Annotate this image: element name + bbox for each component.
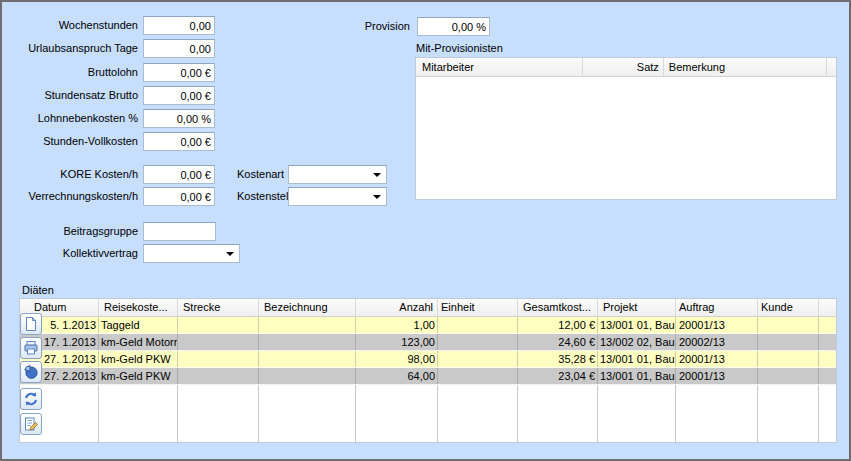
- cell-spacer: [819, 334, 836, 350]
- cell-auftrag: 20002/13: [676, 334, 758, 350]
- mit-provisionisten-title: Mit-Provisionisten: [416, 39, 616, 58]
- cell-einheit: [438, 351, 518, 367]
- column-header-bemerkung[interactable]: Bemerkung: [664, 58, 827, 76]
- table-row[interactable]: 27. 1.2013 km-Geld PKW 98,00 35,28 € 13/…: [20, 351, 836, 368]
- lohnnebenkosten-label: Lohnnebenkosten %: [2, 109, 138, 128]
- bruttolohn-label: Bruttolohn: [2, 63, 138, 82]
- cell-einheit: [438, 317, 518, 333]
- stundensatz-brutto-field[interactable]: [143, 86, 215, 105]
- beitragsgruppe-label: Beitragsgruppe: [2, 222, 138, 241]
- column-header-reisekosten[interactable]: Reisekoste...: [99, 299, 178, 316]
- cell-auftrag: 20001/13: [676, 368, 758, 384]
- column-header-anzahl[interactable]: Anzahl: [356, 299, 438, 316]
- diaeten-empty-area: [20, 385, 836, 442]
- statistics-button[interactable]: [20, 361, 42, 383]
- cell-bezeichnung: [259, 317, 356, 333]
- new-entry-button[interactable]: [20, 313, 42, 335]
- lohnnebenkosten-field[interactable]: [143, 109, 215, 128]
- column-header-satz[interactable]: Satz: [583, 58, 664, 76]
- kostenstelle-dropdown[interactable]: [288, 187, 387, 206]
- column-header-spacer: [827, 58, 836, 76]
- cell-kunde: [758, 334, 819, 350]
- cell-anzahl: 123,00: [356, 334, 438, 350]
- employee-details-panel: Wochenstunden Urlaubsanspruch Tage Brutt…: [0, 0, 851, 461]
- cell-strecke: [178, 368, 259, 384]
- table-row[interactable]: 17. 1.2013 km-Geld Motorra 123,00 24,60 …: [20, 334, 836, 351]
- cell-reisekosten: Taggeld: [99, 317, 178, 333]
- column-header-mitarbeiter[interactable]: Mitarbeiter: [416, 58, 583, 76]
- cell-anzahl: 64,00: [356, 368, 438, 384]
- refresh-icon: [23, 391, 39, 407]
- cell-bezeichnung: [259, 334, 356, 350]
- column-header-kunde[interactable]: Kunde: [758, 299, 819, 316]
- column-header-bezeichnung[interactable]: Bezeichnung: [259, 299, 356, 316]
- kore-kosten-field[interactable]: [143, 165, 215, 184]
- cell-einheit: [438, 334, 518, 350]
- cell-reisekosten: km-Geld Motorra: [99, 334, 178, 350]
- mit-provisionisten-body: [416, 77, 836, 199]
- cell-kunde: [758, 351, 819, 367]
- cell-projekt: 13/002 02, Bau: [598, 334, 676, 350]
- column-header-strecke[interactable]: Strecke: [178, 299, 259, 316]
- diaeten-table: Datum Reisekoste... Strecke Bezeichnung …: [19, 298, 837, 443]
- diaeten-rows: 5. 1.2013 Taggeld 1,00 12,00 € 13/001 01…: [20, 317, 836, 385]
- chevron-down-icon: [373, 173, 381, 177]
- cell-kunde: [758, 368, 819, 384]
- cell-gesamtkosten: 35,28 €: [518, 351, 598, 367]
- stunden-vollkosten-field[interactable]: [143, 132, 215, 151]
- column-header-auftrag[interactable]: Auftrag: [676, 299, 758, 316]
- mit-provisionisten-header: Mitarbeiter Satz Bemerkung: [416, 58, 836, 77]
- urlaubsanspruch-field[interactable]: [143, 39, 215, 58]
- kollektivvertrag-dropdown[interactable]: [143, 244, 240, 263]
- cell-reisekosten: km-Geld PKW: [99, 351, 178, 367]
- cell-projekt: 13/001 01, Bau: [598, 317, 676, 333]
- column-header-einheit[interactable]: Einheit: [438, 299, 518, 316]
- beitragsgruppe-field[interactable]: [143, 222, 216, 241]
- urlaubsanspruch-label: Urlaubsanspruch Tage: [2, 39, 138, 58]
- diaeten-header: Datum Reisekoste... Strecke Bezeichnung …: [20, 299, 836, 317]
- table-row[interactable]: 27. 2.2013 km-Geld PKW 64,00 23,04 € 13/…: [20, 368, 836, 385]
- cell-spacer: [819, 368, 836, 384]
- kore-kosten-label: KORE Kosten/h: [2, 165, 138, 184]
- chevron-down-icon: [373, 195, 381, 199]
- cell-projekt: 13/001 01, Bau: [598, 351, 676, 367]
- printer-icon: [23, 340, 39, 356]
- kostenart-dropdown[interactable]: [288, 165, 387, 184]
- cell-kunde: [758, 317, 819, 333]
- cell-reisekosten: km-Geld PKW: [99, 368, 178, 384]
- cell-auftrag: 20001/13: [676, 351, 758, 367]
- column-header-spacer: [819, 299, 836, 316]
- cell-strecke: [178, 351, 259, 367]
- verrechnungskosten-field[interactable]: [143, 187, 215, 206]
- cell-einheit: [438, 368, 518, 384]
- provision-label: Provision: [332, 17, 410, 36]
- verrechnungskosten-label: Verrechnungskosten/h: [2, 187, 138, 206]
- cell-spacer: [819, 317, 836, 333]
- column-header-projekt[interactable]: Projekt: [598, 299, 676, 316]
- cell-projekt: 13/001 01, Bau: [598, 368, 676, 384]
- cell-strecke: [178, 317, 259, 333]
- mit-provisionisten-table: Mitarbeiter Satz Bemerkung: [415, 57, 837, 200]
- kollektivvertrag-label: Kollektivvertrag: [2, 244, 138, 263]
- wochenstunden-field[interactable]: [143, 16, 215, 35]
- provision-field[interactable]: [417, 17, 490, 36]
- cell-strecke: [178, 334, 259, 350]
- column-header-gesamtkosten[interactable]: Gesamtkost...: [518, 299, 598, 316]
- refresh-button[interactable]: [20, 388, 42, 410]
- cell-gesamtkosten: 12,00 €: [518, 317, 598, 333]
- bruttolohn-field[interactable]: [143, 63, 215, 82]
- stunden-vollkosten-label: Stunden-Vollkosten: [2, 132, 138, 151]
- print-button[interactable]: [20, 337, 42, 359]
- cell-anzahl: 1,00: [356, 317, 438, 333]
- cell-gesamtkosten: 23,04 €: [518, 368, 598, 384]
- cell-spacer: [819, 351, 836, 367]
- new-document-icon: [23, 316, 39, 332]
- table-row[interactable]: 5. 1.2013 Taggeld 1,00 12,00 € 13/001 01…: [20, 317, 836, 334]
- edit-note-icon: [23, 416, 39, 432]
- wochenstunden-label: Wochenstunden: [2, 16, 138, 35]
- chevron-down-icon: [226, 252, 234, 256]
- stundensatz-brutto-label: Stundensatz Brutto: [2, 86, 138, 105]
- cell-gesamtkosten: 24,60 €: [518, 334, 598, 350]
- cell-bezeichnung: [259, 368, 356, 384]
- edit-note-button[interactable]: [20, 413, 42, 435]
